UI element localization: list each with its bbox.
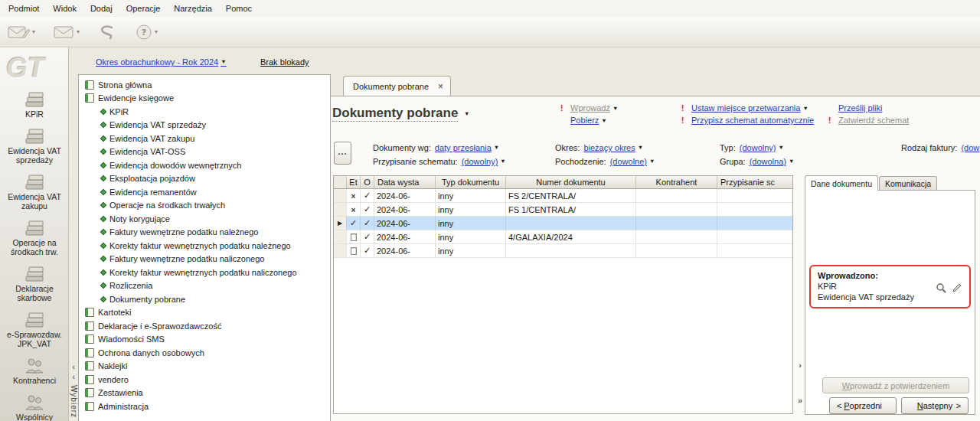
filter-value-pochodzenie[interactable]: (dowolne)	[610, 157, 647, 166]
rail-operacje-na-srodkach-trw[interactable]: Operacje na środkach trw.	[0, 219, 69, 256]
double-chevron-right-icon[interactable]: »	[798, 396, 802, 405]
filter-value-rodzaj-faktury[interactable]: (dow	[961, 143, 979, 152]
magnifier-icon[interactable]	[936, 282, 946, 293]
next-button[interactable]: Następny>	[901, 397, 969, 414]
tree-deklaracje-i-e-sprawozdawczosc[interactable]: Deklaracje i e-Sprawozdawczość	[79, 319, 330, 333]
support-icon[interactable]	[98, 24, 116, 41]
filter-value-przypisanie-schematu[interactable]: (dowolny)	[462, 157, 498, 166]
col-et[interactable]: Et	[347, 176, 361, 188]
menu-widok[interactable]: Widok	[46, 1, 83, 16]
panel-splitter[interactable]: › »	[795, 175, 805, 414]
table-row[interactable]: ✓2024-06-inny4/GALAXIA/2024	[334, 230, 792, 244]
tree-ewidencja-dowodow-wewnetrznych[interactable]: Ewidencja dowodów wewnętrznych	[79, 158, 330, 172]
tab-dokumenty-pobrane[interactable]: Dokumenty pobrane ×	[343, 76, 451, 96]
compose-mail-icon[interactable]	[8, 24, 31, 41]
rail-ewidencja-vat-sprzedazy[interactable]: Ewidencja VAT sprzedaży	[0, 127, 69, 165]
tree-administracja[interactable]: Administracja	[79, 400, 330, 413]
tree-ewidencja-vat-sprzedazy[interactable]: Ewidencja VAT sprzedaży	[79, 119, 330, 132]
menu-narzedzia[interactable]: Narzędzia	[167, 1, 219, 16]
col-numer-dokumentu[interactable]: Numer dokumentu	[506, 176, 636, 188]
confirm-insert-button[interactable]: Wprowadź z potwierdzeniem	[822, 377, 969, 393]
menu-dodaj[interactable]: Dodaj	[83, 1, 119, 16]
dropdown-arrow-icon[interactable]: ▼	[220, 58, 226, 65]
tree-korekty-faktur-wewnetrznych-podatku-naleznego[interactable]: Korekty faktur wewnętrznych podatku nale…	[79, 239, 330, 253]
action-przeslij-pliki[interactable]: Prześlij pliki	[828, 103, 909, 113]
rail-wspolnicy[interactable]: Wspólnicy	[0, 393, 69, 421]
tree-ewidencja-vat-oss[interactable]: Ewidencja VAT-OSS	[79, 145, 330, 159]
tree-ochrona-danych-osobowych[interactable]: Ochrona danych osobowych	[79, 346, 330, 360]
action-ustaw-miejsce-przetwarzania[interactable]: !Ustaw miejsce przetwarzania▼	[681, 103, 814, 113]
menu-pomoc[interactable]: Pomoc	[219, 1, 259, 16]
check-icon: ✓	[364, 218, 371, 228]
tree-korekty-faktur-wewnetrznych-podatku-naliczonego[interactable]: Korekty faktur wewnętrznych podatku nali…	[79, 266, 330, 279]
dropdown-arrow-small-icon[interactable]: ▾	[77, 28, 80, 35]
rail-e-sprawozdaw-jpk-vat[interactable]: e-Sprawozdaw. JPK_VAT	[0, 311, 69, 348]
menu-podmiot[interactable]: Podmiot	[2, 1, 46, 16]
send-mail-icon[interactable]	[54, 24, 75, 40]
tree-ewidencje-ksiegowe[interactable]: Ewidencje księgowe	[79, 92, 330, 106]
tree-kpir[interactable]: KPiR	[79, 105, 330, 119]
detail-panel: Dane dokumentuKomunikacja Wprowadzono: K…	[805, 175, 975, 415]
selected-row-arrow-icon: ▶	[334, 217, 347, 230]
row-selector	[334, 230, 347, 243]
col-kontrahent[interactable]: Kontrahent	[636, 176, 717, 188]
detail-tab-komunikacja[interactable]: Komunikacja	[879, 176, 937, 191]
col-data-wysta[interactable]: Data wysta	[374, 176, 436, 188]
tree-faktury-wewnetrzne-podatku-naliczonego[interactable]: Faktury wewnętrzne podatku naliczonego	[79, 253, 330, 266]
cell-numer	[506, 217, 636, 230]
filter-value-dokumenty-wg[interactable]: daty przesłania	[435, 143, 492, 152]
detail-tab-dane-dokumentu[interactable]: Dane dokumentu	[805, 175, 878, 191]
lock-status-link[interactable]: Brak blokady	[260, 57, 309, 67]
dropdown-arrow-small-icon[interactable]: ▾	[32, 28, 35, 35]
tab-close-icon[interactable]: ×	[438, 82, 443, 91]
accounting-period-link[interactable]: Okres obrachunkowy - Rok 2024▼	[96, 57, 227, 67]
table-row[interactable]: ×✓2024-06-innyFS 1/CENTRALA/	[334, 203, 792, 217]
rail-ewidencja-vat-zakupu[interactable]: Ewidencja VAT zakupu	[0, 173, 69, 210]
filter-value-okres[interactable]: bieżący okres	[583, 143, 635, 152]
tree-noty-korygujace[interactable]: Noty korygujące	[79, 212, 330, 226]
filter-value-grupa[interactable]: (dowolna)	[750, 157, 786, 166]
tree-vendero[interactable]: vendero	[79, 373, 330, 387]
tree-ewidencja-remanentow[interactable]: Ewidencja remanentów	[79, 185, 330, 199]
rail-kontrahenci[interactable]: Kontrahenci	[0, 357, 69, 385]
tree-wiadomosci-sms[interactable]: Wiadomości SMS	[79, 333, 330, 347]
more-filters-button[interactable]: ...	[334, 142, 351, 165]
rail-deklaracje-skarbowe[interactable]: Deklaracje skarbowe	[0, 265, 69, 302]
cell-przypisanie	[717, 203, 793, 216]
col-przypisanie-sc[interactable]: Przypisanie sc	[717, 176, 793, 188]
tree-operacje-na-srodkach-trwalych[interactable]: Operacje na środkach trwałych	[79, 199, 330, 213]
tree-dokumenty-pobrane[interactable]: Dokumenty pobrane	[79, 292, 330, 306]
previous-button[interactable]: <Poprzedni	[829, 397, 897, 414]
chevron-left-icon[interactable]: ‹	[72, 362, 75, 372]
tree-eksploatacja-pojazdow[interactable]: Eksploatacja pojazdów	[79, 172, 330, 186]
help-icon[interactable]: ?	[135, 24, 153, 41]
pencil-icon[interactable]	[952, 282, 962, 293]
tree-faktury-wewnetrzne-podatku-naleznego[interactable]: Faktury wewnętrzne podatku należnego	[79, 226, 330, 240]
cell-o: ✓	[361, 244, 374, 257]
cell-o: ✓	[361, 203, 374, 216]
filter-value-typ[interactable]: (dowolny)	[740, 143, 776, 152]
cell-kontrahent	[636, 230, 717, 243]
chevron-right-icon[interactable]: ›	[799, 361, 802, 370]
tree-strona-glowna[interactable]: Strona główna	[79, 78, 330, 92]
action-przypisz-schemat-automatycznie[interactable]: !Przypisz schemat automatycznie	[681, 116, 814, 125]
table-row[interactable]: ×✓2024-06-innyFS 2/CENTRALA/	[334, 189, 792, 203]
tree-collapse-strip[interactable]: ‹ ‹ Wybierz	[69, 74, 78, 421]
tab-content: Dokumenty pobrane ▼ !Wprowadź▼Pobierz▼!U…	[331, 96, 980, 421]
menu-operacje[interactable]: Operacje	[119, 1, 168, 16]
tree-rozliczenia[interactable]: Rozliczenia	[79, 279, 330, 293]
action-pobierz[interactable]: Pobierz▼	[560, 116, 618, 125]
action-wprowadz: !Wprowadź▼	[560, 103, 618, 113]
col-o[interactable]: O	[361, 176, 374, 188]
table-row[interactable]: ▶✓✓2024-06-inny	[334, 217, 792, 230]
tree-bullet-icon	[100, 148, 106, 155]
rail-kpir[interactable]: KPiR	[0, 90, 69, 119]
tree-ewidencja-vat-zakupu[interactable]: Ewidencja VAT zakupu	[79, 132, 330, 145]
tree-zestawienia[interactable]: Zestawienia	[79, 387, 330, 400]
chevron-left-icon[interactable]: ‹	[72, 372, 75, 382]
col-typ-dokumentu[interactable]: Typ dokumentu	[436, 176, 506, 188]
table-row[interactable]: ✓2024-06-inny	[334, 244, 792, 258]
dropdown-arrow-small-icon[interactable]: ▾	[155, 28, 158, 35]
tree-kartoteki[interactable]: Kartoteki	[79, 306, 330, 320]
tree-naklejki[interactable]: Naklejki	[79, 360, 330, 374]
